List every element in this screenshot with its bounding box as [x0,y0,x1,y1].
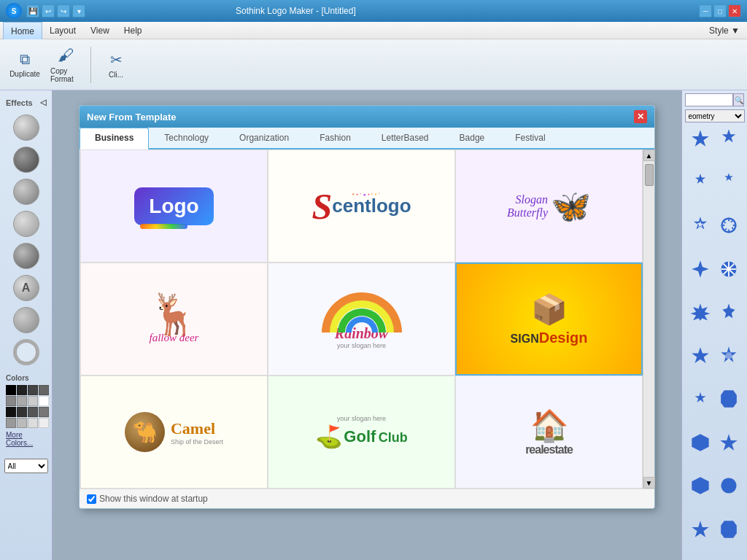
color-grid [6,385,46,428]
color-cell[interactable] [17,396,27,406]
save-btn[interactable]: 💾 [26,4,39,18]
svg-marker-1 [692,347,708,363]
geometry-select[interactable]: eometry [685,109,745,122]
shape-item[interactable] [716,299,742,325]
color-cell[interactable] [39,385,49,395]
template-cell-rainbow[interactable]: Rainbow your slogan here [268,262,455,376]
new-from-template-dialog: New From Template ✕ Business Technology … [79,105,655,509]
effects-collapse-icon[interactable]: ◁ [40,98,46,107]
copy-format-btn[interactable]: 🖌 Copy Format [47,43,85,87]
shape-item[interactable] [687,212,713,238]
color-cell[interactable] [6,407,16,417]
effect-circle-3[interactable] [13,179,39,205]
tab-fashion[interactable]: Fashion [304,128,366,148]
scroll-up-btn[interactable]: ▲ [643,149,655,161]
menu-home[interactable]: Home [3,22,42,39]
shape-item[interactable] [687,256,713,282]
show-startup-checkbox[interactable] [87,494,96,504]
shape-item[interactable] [716,256,742,282]
shape-item[interactable] [716,343,742,369]
effect-circle-1[interactable] [13,114,39,141]
shape-search-input[interactable] [685,93,733,106]
all-select[interactable]: All [4,459,48,473]
effect-circle-5[interactable] [13,243,39,269]
shape-item[interactable] [687,516,713,542]
duplicate-btn[interactable]: ⧉ Duplicate [6,43,44,87]
duplicate-label: Duplicate [9,70,40,78]
more-colors-link[interactable]: More Colors... [6,431,46,447]
effect-ring[interactable] [13,339,39,365]
close-btn[interactable]: ✕ [728,4,741,18]
color-cell[interactable] [39,396,49,406]
maximize-btn[interactable]: □ [713,4,727,18]
tab-badge[interactable]: Badge [444,128,500,148]
shape-item[interactable] [716,386,742,412]
menu-view[interactable]: View [83,22,117,39]
effect-circle-4[interactable] [13,211,39,237]
style-dropdown[interactable]: Style ▼ [702,22,747,39]
shape-item[interactable] [687,386,713,412]
shape-item[interactable] [716,169,742,195]
template-cell-deer[interactable]: 🦌 fallow deer [80,262,268,376]
template-cell-golf[interactable]: your slogan here ⛳ Golf Club [268,376,455,489]
template-cell-signdesign[interactable]: 📦 SIGNDesign [455,262,643,376]
color-cell[interactable] [28,407,38,417]
search-btn[interactable]: 🔍 [733,93,744,106]
tab-letterbased[interactable]: LetterBased [366,128,444,148]
tab-festival[interactable]: Festival [500,128,560,148]
effect-text-a[interactable]: A [13,275,39,301]
clip-btn[interactable]: ✂ Cli... [97,43,135,87]
window-controls: ─ □ ✕ [699,4,741,18]
color-cell[interactable] [17,407,27,417]
shape-item[interactable] [716,212,742,238]
dialog-close-btn[interactable]: ✕ [634,110,647,123]
shape-item[interactable] [687,472,713,499]
scroll-thumb[interactable] [645,164,654,186]
toolbar-separator [90,47,91,83]
template-cell-realestate[interactable]: 🏠 realestate [455,376,643,489]
shape-item[interactable] [716,472,742,499]
tab-technology[interactable]: Technology [149,128,224,148]
template-cell-logo1[interactable]: Logo [80,149,268,262]
shape-grid [687,125,742,557]
template-cell-camel[interactable]: 🐪 Camel Ship of the Desert [80,376,268,489]
undo-btn[interactable]: ↩ [42,4,55,18]
shape-item[interactable] [687,169,713,195]
color-cell[interactable] [28,418,38,428]
shape-item[interactable] [716,429,742,456]
shape-item[interactable] [716,125,742,152]
search-row: 🔍 [685,93,744,106]
color-cell[interactable] [39,407,49,417]
effect-circle-6[interactable] [13,307,39,333]
scroll-down-btn[interactable]: ▼ [643,477,655,489]
left-panel: Effects ◁ A Colors [0,90,53,560]
color-cell[interactable] [17,418,27,428]
dropdown-btn[interactable]: ▾ [72,4,85,18]
shape-item[interactable] [687,299,713,325]
minimize-btn[interactable]: ─ [699,4,712,18]
svg-marker-5 [692,477,708,494]
template-cell-scentlogo[interactable]: S centlogo ●● ●● ●● ●● [268,149,455,262]
menu-help[interactable]: Help [117,22,150,39]
shape-item[interactable] [716,516,742,542]
tab-organization[interactable]: Organization [224,128,304,148]
show-startup-label: Show this window at startup [87,494,208,504]
menu-layout[interactable]: Layout [42,22,83,39]
color-cell[interactable] [6,385,16,395]
color-cell[interactable] [28,396,38,406]
effect-circle-2[interactable] [13,147,39,173]
shape-item[interactable] [687,343,713,369]
color-cell[interactable] [39,418,49,428]
shape-item[interactable] [687,125,713,152]
tab-business[interactable]: Business [80,128,149,149]
color-cell[interactable] [17,385,27,395]
app-logo: S [6,3,22,19]
color-cell[interactable] [6,396,16,406]
color-cell[interactable] [28,385,38,395]
dialog-body: Logo S centlogo ●● ●● [80,149,654,489]
shape-item[interactable] [687,429,713,456]
redo-btn[interactable]: ↪ [57,4,70,18]
clip-label: Cli... [109,71,123,79]
template-cell-butterfly[interactable]: Slogan Butterfly 🦋 [455,149,643,262]
color-cell[interactable] [6,418,16,428]
